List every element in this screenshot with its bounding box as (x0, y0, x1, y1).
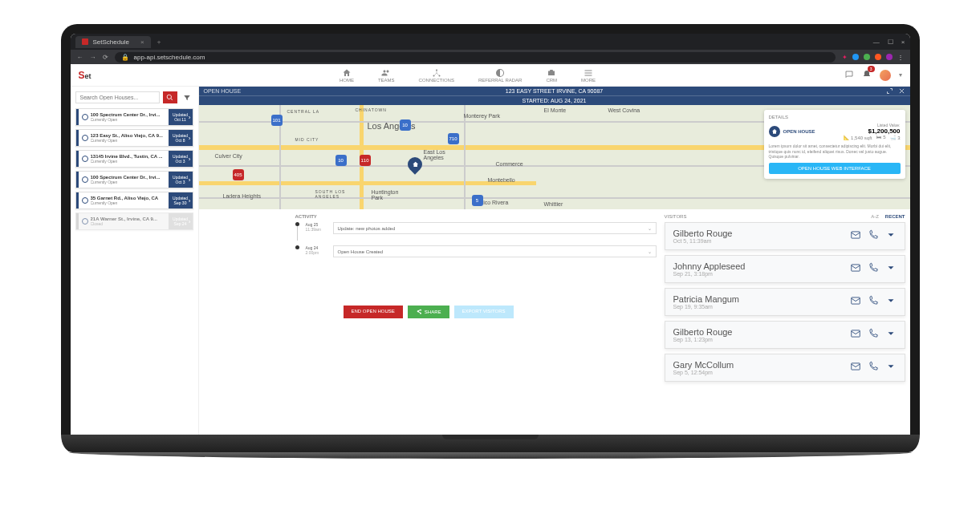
phone-icon[interactable] (868, 361, 879, 375)
ext-icon[interactable] (886, 54, 893, 60)
nav-home[interactable]: HOME (340, 68, 354, 83)
browser-urlbar: ← → ⟳ 🔒 app-api.setschedule.com ✦ ⋮ (71, 50, 910, 64)
phone-icon[interactable] (868, 229, 879, 244)
bell-icon[interactable] (862, 68, 872, 83)
filter-button[interactable] (181, 91, 193, 103)
chevron-down-icon[interactable] (885, 328, 897, 342)
chevron-down-icon[interactable] (885, 262, 897, 277)
map-city-label: East Los Angeles (424, 149, 445, 160)
nav-connections[interactable]: CONNECTIONS (419, 68, 454, 83)
tab-title: SetSchedule (93, 38, 129, 46)
minimize-icon[interactable]: — (873, 38, 880, 46)
open-house-web-button[interactable]: OPEN HOUSE WEB INTERFACE (769, 163, 901, 174)
maximize-icon[interactable]: ☐ (888, 38, 893, 46)
sort-recent[interactable]: RECENT (885, 214, 905, 219)
visitor-name: Gilberto Rouge (673, 327, 850, 337)
phone-icon[interactable] (868, 295, 879, 310)
listing-status: Currently Open (91, 159, 163, 164)
screen: SetSchedule × ＋ — ☐ × ← → ⟳ 🔒 app-api.se… (71, 34, 910, 435)
chevron-down-icon: ⌄ (648, 225, 652, 231)
avatar[interactable] (880, 70, 891, 81)
forward-icon[interactable]: → (90, 54, 96, 61)
email-icon[interactable] (850, 295, 861, 310)
status-ring-icon (82, 156, 88, 162)
phone-icon[interactable] (868, 262, 879, 277)
ext-icon[interactable] (864, 54, 870, 60)
browser-tab[interactable]: SetSchedule × (75, 36, 151, 48)
listing-card[interactable]: 100 Spectrum Center Dr., Irvi...Currentl… (75, 108, 193, 126)
ext-icon[interactable]: ✦ (842, 54, 848, 61)
visitor-time: Sep 5, 12:54pm (673, 370, 850, 375)
email-icon[interactable] (850, 262, 861, 277)
nav-crm[interactable]: CRM (546, 68, 557, 83)
map-district-label: MID CITY (295, 137, 319, 142)
menu-icon[interactable]: ⋮ (897, 54, 904, 61)
updated-chip[interactable]: UpdatedOct 3› (169, 151, 193, 167)
map-district-label: CHINATOWN (356, 107, 387, 112)
listing-status: Currently Open (91, 117, 161, 122)
avatar-chevron-icon[interactable]: ▾ (899, 71, 902, 79)
tab-close-icon[interactable]: × (140, 38, 144, 46)
email-icon[interactable] (850, 328, 861, 342)
share-icon (416, 309, 422, 315)
visitor-time: Sep 19, 9:35am (673, 304, 850, 310)
listing-card[interactable]: 123 Easy St., Aliso Viejo, CA 9...Curren… (75, 129, 193, 147)
details-description: Lorem ipsum dolor sit amet, consectetur … (769, 144, 901, 160)
map-city-label: Huntington Park (372, 189, 399, 200)
reload-icon[interactable]: ⟳ (103, 54, 108, 61)
svg-rect-7 (851, 362, 860, 369)
new-tab-button[interactable]: ＋ (156, 38, 162, 47)
address-bar[interactable]: 🔒 app-api.setschedule.com (115, 52, 836, 63)
visitor-card[interactable]: Johnny AppleseedSep 21, 3:18pm (665, 255, 905, 283)
updated-chip[interactable]: UpdatedSep 30› (169, 192, 193, 208)
export-visitors-button[interactable]: EXPORT VISITORS (454, 306, 514, 318)
listing-card[interactable]: 21A Warner St., Irvine, CA 9...ClosedUpd… (75, 212, 193, 230)
listing-card[interactable]: 13145 Irvine Blvd., Tustin, CA ...Curren… (75, 150, 193, 168)
map-city-label: El Monte (544, 107, 567, 113)
updated-chip[interactable]: UpdatedOct 3› (169, 172, 193, 188)
updated-chip[interactable]: UpdatedOct 11› (169, 109, 193, 125)
chevron-down-icon[interactable] (885, 361, 897, 375)
updated-chip[interactable]: UpdatedSep 24› (169, 213, 193, 229)
chevron-down-icon[interactable] (885, 295, 897, 310)
close-panel-icon[interactable] (898, 87, 905, 95)
chevron-right-icon: › (189, 135, 191, 142)
filter-icon (183, 94, 191, 102)
nav-referral-radar[interactable]: REFERRAL RADAR (478, 68, 522, 83)
message-icon[interactable] (844, 68, 854, 83)
map[interactable]: Los Angeles East Los Angeles Monterey Pa… (199, 105, 910, 209)
close-icon[interactable]: × (901, 38, 905, 46)
map-district-label: SOUTH LOS ANGELES (315, 189, 346, 199)
nav-more[interactable]: MORE (581, 68, 596, 83)
visitors-column: VISITORS A-ZRECENT Gilberto RougeOct 5, … (665, 214, 905, 435)
share-button[interactable]: SHARE (408, 306, 449, 318)
activity-time: 2:00pm (306, 250, 327, 255)
email-icon[interactable] (850, 361, 861, 375)
end-open-house-button[interactable]: END OPEN HOUSE (344, 306, 403, 318)
updated-chip[interactable]: UpdatedOct 8› (169, 130, 193, 146)
listing-card[interactable]: 100 Spectrum Center Dr., Irvi...Currentl… (75, 171, 193, 188)
svg-point-2 (438, 75, 440, 76)
visitor-card[interactable]: Gilberto RougeOct 5, 11:39am (665, 222, 905, 250)
activity-item: Aug 2511:39amUpdate: new photos added⌄ (295, 222, 657, 241)
expand-icon[interactable] (886, 87, 893, 95)
email-icon[interactable] (850, 229, 861, 244)
visitor-card[interactable]: Patricia MangumSep 19, 9:35am (665, 288, 905, 316)
home-icon (342, 68, 352, 78)
nav-teams[interactable]: TEAMS (378, 68, 395, 83)
ext-icon[interactable] (875, 54, 881, 60)
activity-desc[interactable]: Update: new photos added⌄ (333, 222, 657, 234)
activity-desc[interactable]: Open House Created⌄ (333, 245, 657, 257)
search-input[interactable] (75, 91, 160, 103)
ext-icon[interactable] (852, 54, 859, 60)
back-icon[interactable]: ← (77, 54, 83, 61)
logo[interactable]: Set (79, 70, 91, 81)
search-icon (166, 94, 173, 101)
phone-icon[interactable] (868, 328, 879, 342)
visitor-card[interactable]: Gilberto RougeSep 13, 1:23pm (665, 321, 905, 349)
visitor-card[interactable]: Gary McCollumSep 5, 12:54pm (665, 354, 905, 382)
chevron-down-icon[interactable] (885, 229, 897, 244)
listing-card[interactable]: 35 Garnet Rd., Aliso Viejo, CACurrently … (75, 192, 193, 209)
search-button[interactable] (163, 91, 177, 103)
sort-az[interactable]: A-Z (871, 214, 879, 219)
